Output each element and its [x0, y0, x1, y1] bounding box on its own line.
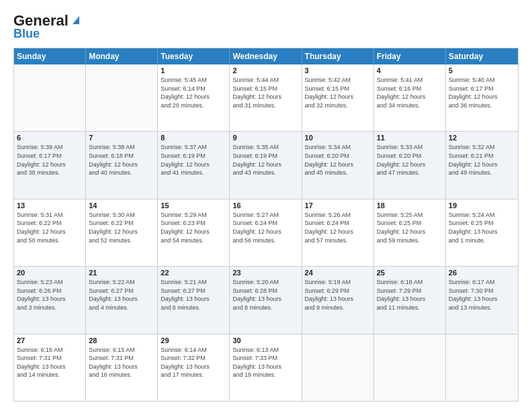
day-cell-19: 19Sunrise: 5:24 AMSunset: 6:25 PMDayligh… [446, 199, 518, 266]
day-info: Sunrise: 5:26 AMSunset: 6:24 PMDaylight:… [305, 211, 371, 244]
calendar-row-3: 13Sunrise: 5:31 AMSunset: 6:22 PMDayligh… [14, 199, 518, 266]
calendar-header: SundayMondayTuesdayWednesdayThursdayFrid… [14, 48, 518, 64]
day-cell-25: 25Sunrise: 6:18 AMSunset: 7:29 PMDayligh… [374, 267, 446, 333]
day-number: 6 [17, 134, 83, 142]
logo: General Blue [13, 12, 82, 41]
day-info: Sunrise: 5:41 AMSunset: 6:16 PMDaylight:… [377, 76, 443, 109]
empty-cell [86, 64, 158, 131]
day-info: Sunrise: 5:22 AMSunset: 6:27 PMDaylight:… [89, 278, 154, 312]
day-number: 14 [89, 201, 154, 210]
weekday-header-saturday: Saturday [446, 48, 518, 64]
day-cell-9: 9Sunrise: 5:35 AMSunset: 6:19 PMDaylight… [230, 132, 302, 198]
day-cell-6: 6Sunrise: 5:39 AMSunset: 6:17 PMDaylight… [14, 132, 86, 198]
day-info: Sunrise: 6:16 AMSunset: 7:31 PMDaylight:… [17, 346, 83, 379]
day-cell-5: 5Sunrise: 5:40 AMSunset: 6:17 PMDaylight… [446, 64, 518, 131]
svg-marker-0 [73, 16, 79, 24]
day-info: Sunrise: 6:13 AMSunset: 7:33 PMDaylight:… [232, 346, 298, 379]
day-number: 20 [17, 269, 83, 277]
weekday-header-tuesday: Tuesday [158, 48, 230, 64]
day-cell-3: 3Sunrise: 5:42 AMSunset: 6:15 PMDaylight… [302, 64, 374, 131]
calendar-row-5: 27Sunrise: 6:16 AMSunset: 7:31 PMDayligh… [14, 334, 518, 401]
calendar-row-1: 1Sunrise: 5:45 AMSunset: 6:14 PMDaylight… [14, 64, 518, 131]
day-number: 5 [449, 66, 515, 75]
day-info: Sunrise: 5:39 AMSunset: 6:17 PMDaylight:… [17, 143, 83, 177]
day-number: 27 [17, 336, 83, 345]
day-cell-16: 16Sunrise: 5:27 AMSunset: 6:24 PMDayligh… [230, 199, 302, 266]
logo-triangle-icon [70, 13, 82, 26]
day-info: Sunrise: 5:34 AMSunset: 6:20 PMDaylight:… [305, 143, 371, 177]
day-info: Sunrise: 5:29 AMSunset: 6:23 PMDaylight:… [161, 211, 226, 244]
day-cell-24: 24Sunrise: 5:19 AMSunset: 6:29 PMDayligh… [302, 267, 374, 333]
day-info: Sunrise: 6:17 AMSunset: 7:30 PMDaylight:… [449, 278, 515, 312]
day-info: Sunrise: 5:45 AMSunset: 6:14 PMDaylight:… [161, 76, 226, 109]
day-number: 26 [449, 269, 515, 277]
day-info: Sunrise: 5:20 AMSunset: 6:28 PMDaylight:… [232, 278, 298, 312]
day-info: Sunrise: 5:25 AMSunset: 6:25 PMDaylight:… [377, 211, 443, 244]
day-number: 2 [232, 66, 298, 75]
day-info: Sunrise: 5:37 AMSunset: 6:19 PMDaylight:… [161, 143, 226, 177]
day-number: 18 [377, 201, 443, 210]
day-number: 7 [89, 134, 154, 142]
day-number: 23 [232, 269, 298, 277]
day-cell-26: 26Sunrise: 6:17 AMSunset: 7:30 PMDayligh… [446, 267, 518, 333]
day-info: Sunrise: 5:31 AMSunset: 6:22 PMDaylight:… [17, 211, 83, 244]
day-info: Sunrise: 5:30 AMSunset: 6:22 PMDaylight:… [89, 211, 154, 244]
day-number: 21 [89, 269, 154, 277]
calendar: SundayMondayTuesdayWednesdayThursdayFrid… [13, 48, 519, 402]
empty-cell [374, 334, 446, 401]
day-info: Sunrise: 5:19 AMSunset: 6:29 PMDaylight:… [305, 278, 371, 312]
calendar-body: 1Sunrise: 5:45 AMSunset: 6:14 PMDaylight… [14, 64, 518, 401]
day-info: Sunrise: 5:38 AMSunset: 6:18 PMDaylight:… [89, 143, 154, 177]
day-number: 10 [305, 134, 371, 142]
day-info: Sunrise: 5:33 AMSunset: 6:20 PMDaylight:… [377, 143, 443, 177]
day-info: Sunrise: 5:27 AMSunset: 6:24 PMDaylight:… [232, 211, 298, 244]
day-cell-29: 29Sunrise: 6:14 AMSunset: 7:32 PMDayligh… [158, 334, 230, 401]
page: General Blue SundayMondayTuesdayWednesda… [0, 0, 532, 411]
day-info: Sunrise: 5:32 AMSunset: 6:21 PMDaylight:… [449, 143, 515, 177]
day-cell-23: 23Sunrise: 5:20 AMSunset: 6:28 PMDayligh… [230, 267, 302, 333]
day-info: Sunrise: 5:42 AMSunset: 6:15 PMDaylight:… [305, 76, 371, 109]
empty-cell [302, 334, 374, 401]
day-cell-17: 17Sunrise: 5:26 AMSunset: 6:24 PMDayligh… [302, 199, 374, 266]
day-cell-22: 22Sunrise: 5:21 AMSunset: 6:27 PMDayligh… [158, 267, 230, 333]
weekday-header-sunday: Sunday [14, 48, 86, 64]
weekday-header-wednesday: Wednesday [230, 48, 302, 64]
day-number: 19 [449, 201, 515, 210]
weekday-header-monday: Monday [86, 48, 158, 64]
day-cell-11: 11Sunrise: 5:33 AMSunset: 6:20 PMDayligh… [374, 132, 446, 198]
day-number: 29 [161, 336, 226, 345]
day-cell-1: 1Sunrise: 5:45 AMSunset: 6:14 PMDaylight… [158, 64, 230, 131]
empty-cell [446, 334, 518, 401]
day-number: 4 [377, 66, 443, 75]
day-number: 8 [161, 134, 226, 142]
weekday-header-friday: Friday [374, 48, 446, 64]
day-info: Sunrise: 5:23 AMSunset: 6:26 PMDaylight:… [17, 278, 83, 312]
day-cell-15: 15Sunrise: 5:29 AMSunset: 6:23 PMDayligh… [158, 199, 230, 266]
day-cell-14: 14Sunrise: 5:30 AMSunset: 6:22 PMDayligh… [86, 199, 158, 266]
day-cell-10: 10Sunrise: 5:34 AMSunset: 6:20 PMDayligh… [302, 132, 374, 198]
weekday-header-thursday: Thursday [302, 48, 374, 64]
day-info: Sunrise: 6:14 AMSunset: 7:32 PMDaylight:… [161, 346, 226, 379]
day-number: 15 [161, 201, 226, 210]
empty-cell [14, 64, 86, 131]
day-cell-18: 18Sunrise: 5:25 AMSunset: 6:25 PMDayligh… [374, 199, 446, 266]
day-info: Sunrise: 5:21 AMSunset: 6:27 PMDaylight:… [161, 278, 226, 312]
day-info: Sunrise: 5:24 AMSunset: 6:25 PMDaylight:… [449, 211, 515, 244]
day-number: 11 [377, 134, 443, 142]
header: General Blue [13, 12, 519, 41]
day-cell-13: 13Sunrise: 5:31 AMSunset: 6:22 PMDayligh… [14, 199, 86, 266]
day-number: 28 [89, 336, 154, 345]
day-number: 13 [17, 201, 83, 210]
day-info: Sunrise: 5:44 AMSunset: 6:15 PMDaylight:… [232, 76, 298, 109]
day-number: 24 [305, 269, 371, 277]
day-number: 17 [305, 201, 371, 210]
day-info: Sunrise: 6:15 AMSunset: 7:31 PMDaylight:… [89, 346, 154, 379]
day-cell-28: 28Sunrise: 6:15 AMSunset: 7:31 PMDayligh… [86, 334, 158, 401]
day-cell-8: 8Sunrise: 5:37 AMSunset: 6:19 PMDaylight… [158, 132, 230, 198]
calendar-row-4: 20Sunrise: 5:23 AMSunset: 6:26 PMDayligh… [14, 266, 518, 333]
logo-blue: Blue [13, 27, 40, 41]
day-info: Sunrise: 6:18 AMSunset: 7:29 PMDaylight:… [377, 278, 443, 312]
day-number: 12 [449, 134, 515, 142]
day-number: 22 [161, 269, 226, 277]
day-number: 16 [232, 201, 298, 210]
